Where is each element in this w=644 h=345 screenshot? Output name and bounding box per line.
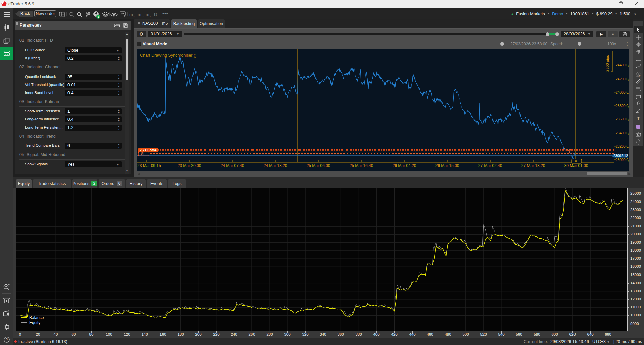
svg-text:F: F [640, 89, 641, 92]
svg-text:Balance: Balance [29, 315, 44, 320]
svg-text:24400.00: 24400.00 [616, 63, 629, 67]
svg-text:Equity: Equity [29, 320, 40, 325]
svg-text:23062.12: 23062.12 [613, 154, 628, 158]
svg-text:23400.00: 23400.00 [616, 131, 629, 135]
svg-text:Chart Drawing Synchroniser (): Chart Drawing Synchroniser () [140, 53, 196, 58]
svg-text:?: ? [6, 338, 8, 342]
svg-text:23000.00: 23000.00 [616, 158, 629, 162]
svg-text:24 Mar 07:40: 24 Mar 07:40 [221, 163, 244, 168]
svg-text:23 Mar 09:15: 23 Mar 09:15 [137, 163, 161, 168]
svg-text:25 Mar 16:40: 25 Mar 16:40 [350, 163, 373, 168]
svg-text:24200.00: 24200.00 [616, 77, 629, 81]
svg-text:23600.00: 23600.00 [616, 117, 629, 121]
svg-text:26 Mar 04:20: 26 Mar 04:20 [393, 163, 416, 168]
svg-text:25 Mar 06:00: 25 Mar 06:00 [307, 163, 330, 168]
svg-text:27 Mar 02:40: 27 Mar 02:40 [478, 163, 502, 168]
svg-text:2500 pips: 2500 pips [605, 55, 609, 72]
svg-text:SL: SL [141, 152, 145, 156]
svg-text:30 Mar 01:00: 30 Mar 01:00 [564, 163, 588, 168]
svg-text:23800.00: 23800.00 [616, 104, 629, 108]
svg-text:24000.00: 24000.00 [616, 91, 629, 95]
svg-text:27 Mar 13:20: 27 Mar 13:20 [521, 163, 545, 168]
svg-text:23200.00: 23200.00 [616, 145, 629, 149]
svg-text:T: T [637, 116, 640, 121]
svg-text:23 Mar 20:00: 23 Mar 20:00 [178, 163, 201, 168]
svg-text:24 Mar 18:20: 24 Mar 18:20 [264, 163, 287, 168]
svg-text:E: E [639, 75, 641, 77]
svg-text:26 Mar 15:00: 26 Mar 15:00 [435, 163, 459, 168]
